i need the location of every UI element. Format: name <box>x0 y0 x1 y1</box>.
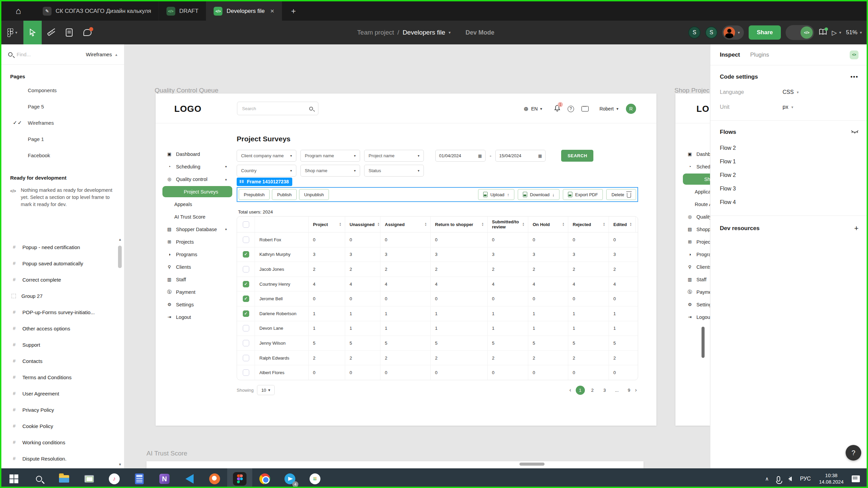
menu-item[interactable]: ◎ Quality control ▴ <box>160 173 232 185</box>
table-row[interactable]: Jerome Bell 0 0 0 0 0 0 0 0 <box>237 291 638 306</box>
start-button[interactable] <box>1 468 26 488</box>
filter-select[interactable]: Program name ▾ <box>300 150 360 162</box>
filter-select[interactable]: Country ▾ <box>237 165 296 177</box>
app-search-input[interactable]: Search <box>237 102 318 115</box>
menu-item[interactable]: ◔ Scheduling ▾ <box>160 160 232 173</box>
table-row[interactable]: Jenny Wilson 5 5 5 5 5 5 5 5 <box>237 336 638 351</box>
canvas[interactable]: Quality Control Queue LOGO Search ⊕ EN ▾ <box>124 44 710 468</box>
current-user-menu[interactable]: ▾ <box>722 25 744 40</box>
browser-tab-2[interactable]: </> DRAFT <box>159 1 206 21</box>
page-item[interactable]: ⌂ Components <box>1 82 124 98</box>
breadcrumb-file[interactable]: Developers file <box>402 29 445 36</box>
present-button[interactable]: ▷ ▾ <box>832 29 841 37</box>
row-checkbox[interactable] <box>243 340 249 346</box>
actions-row-selected[interactable]: Prepublish Publish Unpublish Upload <box>237 187 638 202</box>
layer-item[interactable]: # Group 27 <box>1 288 124 304</box>
table-row[interactable]: Courtney Henry 4 4 4 4 4 4 4 4 <box>237 277 638 292</box>
page-number[interactable]: 3 <box>600 386 609 395</box>
layer-item[interactable]: # Correct complete <box>1 271 124 288</box>
system-monitor-app[interactable] <box>77 468 102 488</box>
action-button[interactable]: Download ↓ <box>518 189 559 200</box>
page-number[interactable]: 1 <box>576 386 585 395</box>
menu-item[interactable]: ◎ Quality c <box>681 210 710 223</box>
library-button[interactable] <box>819 28 827 37</box>
column-header[interactable]: Rejected ▲▼ <box>568 217 609 232</box>
measure-tool[interactable] <box>42 21 60 44</box>
layer-item[interactable]: # Privacy Policy <box>1 402 124 418</box>
column-header[interactable]: Unassigned ▲▼ <box>345 217 380 232</box>
sort-icon[interactable]: ▲▼ <box>562 222 565 226</box>
flow-item[interactable]: Flow 1 <box>720 151 859 165</box>
help-icon[interactable]: ? <box>568 106 574 112</box>
frame1[interactable]: LOGO Search ⊕ EN ▾ 1 ? <box>156 94 656 426</box>
sort-icon[interactable]: ▲▼ <box>425 222 427 226</box>
figma-main-menu[interactable]: ▾ <box>1 21 23 44</box>
menu-item[interactable]: ⚲ Clients <box>681 261 710 273</box>
find-input[interactable]: Find... <box>17 52 82 57</box>
menu-item[interactable]: ▥ Staff <box>160 273 232 286</box>
notification-center-icon[interactable] <box>852 475 860 482</box>
layer-item[interactable]: # Contacts <box>1 353 124 369</box>
chrome-app[interactable] <box>252 468 277 488</box>
menu-item[interactable]: Ⓢ Payment <box>160 286 232 298</box>
menu-item[interactable]: ⇥ Logout <box>681 311 710 323</box>
more-options-icon[interactable]: ••• <box>850 74 859 80</box>
menu-item[interactable]: Shops <box>683 174 710 185</box>
date-to-input[interactable]: 15/04/2024 ▦ <box>495 150 546 162</box>
browser-tab-active[interactable]: </> Developers file ✕ <box>206 1 282 21</box>
browser-tab-1[interactable]: ✎ СК СОГАЗ ОСАГО Дизайн калькуля <box>35 1 159 21</box>
table-row[interactable]: Kathryn Murphy 3 3 3 3 3 3 3 3 <box>237 247 638 262</box>
zoom-menu[interactable]: 51% ▾ <box>846 29 862 36</box>
action-button[interactable]: Prepublish <box>239 189 270 200</box>
column-header[interactable]: Project ▲▼ <box>308 217 345 232</box>
per-page-select[interactable]: 10 ▾ <box>257 385 275 395</box>
layer-item[interactable]: # Terms and Conditions <box>1 369 124 385</box>
action-button[interactable]: Upload ↑ <box>478 189 514 200</box>
row-checkbox[interactable] <box>243 266 249 272</box>
table-row[interactable]: Ralph Edwards 2 2 2 2 2 2 2 2 <box>237 351 638 366</box>
frame2[interactable]: LO ▣ Dashboa ◔ Schedul <box>675 94 710 426</box>
table-row[interactable]: Darlene Robertson 1 1 1 1 1 1 1 1 <box>237 306 638 321</box>
menu-item[interactable]: Appeals <box>160 198 232 210</box>
layer-item[interactable]: # Cookie Policy <box>1 418 124 434</box>
slack-app[interactable] <box>302 468 328 488</box>
table-row[interactable]: Albert Flores 0 0 0 0 0 0 0 0 <box>237 365 638 380</box>
page-item[interactable]: ⌂ Page 1 <box>1 131 124 147</box>
row-checkbox[interactable] <box>243 296 249 302</box>
table-row[interactable]: Devon Lane 1 1 1 1 1 1 1 1 <box>237 321 638 336</box>
menu-item[interactable]: ◑ Programs <box>160 248 232 261</box>
menu-item[interactable]: ⊞ Projects <box>160 236 232 248</box>
layer-item[interactable]: # Support <box>1 337 124 353</box>
search-button[interactable]: SEARCH <box>561 150 593 162</box>
menu-item[interactable]: Project Surveys <box>162 186 232 197</box>
layer-item[interactable]: # Working conditions <box>1 434 124 450</box>
column-header[interactable]: Edited ▲▼ <box>609 217 635 232</box>
canvas-horizontal-scrollbar[interactable] <box>519 463 545 466</box>
chevron-down-icon[interactable]: ▾ <box>449 30 451 35</box>
sort-icon[interactable]: ▲▼ <box>377 222 380 226</box>
menu-item[interactable]: ⊞ Projects <box>681 236 710 248</box>
user-avatar[interactable]: R <box>626 104 636 114</box>
add-icon[interactable]: + <box>854 224 859 233</box>
flow-item[interactable]: Flow 3 <box>720 178 859 192</box>
column-header[interactable]: Published ▲▼ <box>635 217 638 232</box>
filter-select[interactable]: Shop name ▾ <box>300 165 360 177</box>
itunes-app[interactable] <box>102 468 127 488</box>
menu-item[interactable]: ⇥ Logout <box>160 311 232 323</box>
layer-item[interactable]: # User Agreement <box>1 385 124 402</box>
scroll-down-icon[interactable]: ▼ <box>118 463 122 466</box>
frame3-label[interactable]: AI Trust Score <box>146 450 187 457</box>
clock[interactable]: 10:38 14.08.2024 <box>819 472 844 485</box>
layer-item[interactable]: # Other access options <box>1 320 124 337</box>
frame2-label[interactable]: Shop Projec <box>674 87 710 94</box>
speaker-icon[interactable] <box>788 476 792 481</box>
flow-item[interactable]: Flow 2 <box>720 138 859 151</box>
calculator-app[interactable] <box>127 468 152 488</box>
keyboard-language[interactable]: РУС <box>800 476 811 482</box>
action-button[interactable]: Export PDF <box>563 189 603 200</box>
layer-item[interactable]: # POP-up-Forms survey-initiatio... <box>1 304 124 320</box>
layers-scrollbar[interactable]: ▲ ▼ <box>117 238 123 466</box>
row-checkbox[interactable] <box>243 325 249 331</box>
page-number[interactable]: ... <box>612 386 622 395</box>
file-explorer[interactable] <box>52 468 77 488</box>
